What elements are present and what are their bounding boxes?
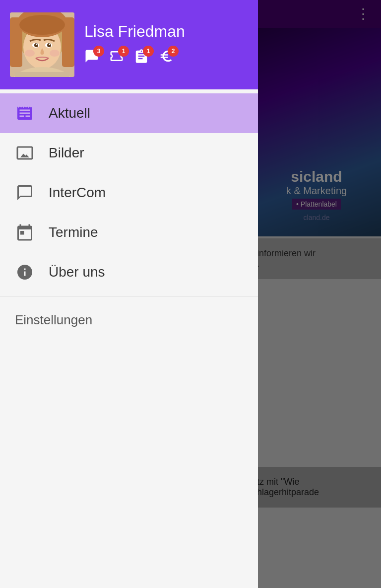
- user-name: Lisa Friedman: [84, 22, 248, 41]
- clipboard-notification[interactable]: 1: [134, 49, 149, 67]
- sidebar-item-intercom[interactable]: InterCom: [0, 173, 258, 213]
- notification-row: 3 1: [84, 49, 248, 67]
- sidebar-item-aktuell[interactable]: Aktuell: [0, 93, 258, 133]
- svg-point-6: [19, 15, 65, 35]
- sidebar-item-ueber-uns-label: Über uns: [49, 264, 105, 280]
- drawer-header: Lisa Friedman 3: [0, 0, 258, 89]
- chat-notification[interactable]: 3: [84, 49, 99, 67]
- sidebar-item-termine-label: Termine: [49, 224, 98, 240]
- chat-bubble-icon: [15, 183, 35, 203]
- euro-badge: 2: [168, 46, 179, 57]
- drawer-menu: Aktuell Bilder InterCom: [0, 89, 258, 588]
- menu-divider: [0, 296, 258, 296]
- sidebar-item-termine[interactable]: Termine: [0, 213, 258, 252]
- ticket-notification[interactable]: 1: [109, 49, 124, 67]
- sidebar-item-bilder-label: Bilder: [49, 145, 84, 161]
- navigation-drawer: Lisa Friedman 3: [0, 0, 258, 588]
- sidebar-item-bilder[interactable]: Bilder: [0, 133, 258, 173]
- svg-point-11: [36, 44, 38, 45]
- image-icon: [15, 143, 35, 163]
- svg-point-13: [25, 50, 35, 57]
- info-icon: [15, 262, 35, 282]
- settings-label: Einstellungen: [15, 312, 92, 327]
- svg-point-14: [50, 50, 60, 57]
- news-icon: [15, 103, 35, 123]
- ticket-badge: 1: [118, 46, 129, 57]
- svg-rect-16: [15, 72, 69, 77]
- clipboard-badge: 1: [143, 46, 154, 57]
- svg-point-12: [49, 44, 51, 45]
- chat-badge: 3: [93, 46, 104, 57]
- euro-notification[interactable]: 2: [159, 49, 174, 67]
- sidebar-item-ueber-uns[interactable]: Über uns: [0, 252, 258, 292]
- settings-item[interactable]: Einstellungen: [0, 300, 258, 340]
- sidebar-item-intercom-label: InterCom: [49, 185, 106, 201]
- user-info: Lisa Friedman 3: [84, 22, 248, 67]
- calendar-icon: [15, 222, 35, 242]
- sidebar-item-aktuell-label: Aktuell: [49, 105, 90, 121]
- avatar: [10, 12, 74, 77]
